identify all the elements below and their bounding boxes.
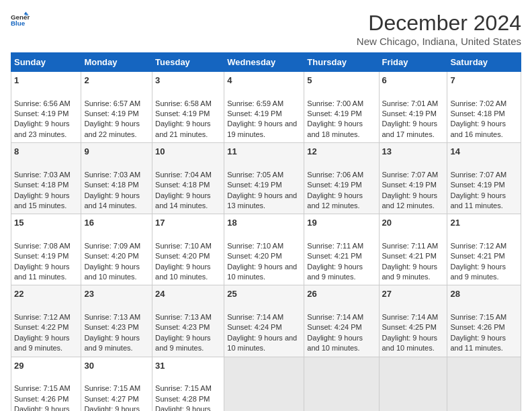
sunset-text: Sunset: 4:18 PM bbox=[450, 109, 504, 118]
day-number: 27 bbox=[382, 288, 445, 300]
daylight-text: Daylight: 9 hours and 11 minutes. bbox=[450, 191, 506, 210]
day-number: 17 bbox=[155, 217, 221, 229]
empty-cell bbox=[224, 357, 304, 411]
subtitle: New Chicago, Indiana, United States bbox=[357, 36, 521, 47]
sunrise-text: Sunrise: 7:14 AM bbox=[307, 313, 363, 321]
sunrise-text: Sunrise: 6:59 AM bbox=[227, 99, 283, 107]
daylight-text: Daylight: 9 hours and 12 minutes. bbox=[307, 191, 363, 210]
sunset-text: Sunset: 4:24 PM bbox=[307, 323, 361, 331]
day-number: 16 bbox=[84, 217, 149, 229]
sunrise-text: Sunrise: 7:09 AM bbox=[84, 242, 140, 250]
sunset-text: Sunset: 4:26 PM bbox=[450, 323, 504, 331]
sunset-text: Sunset: 4:19 PM bbox=[307, 181, 361, 189]
daylight-text: Daylight: 9 hours and 22 minutes. bbox=[84, 120, 140, 138]
daylight-text: Daylight: 9 hours and 10 minutes. bbox=[227, 263, 297, 281]
day-number: 1 bbox=[14, 75, 78, 87]
sunrise-text: Sunrise: 7:12 AM bbox=[14, 313, 71, 321]
day-number: 31 bbox=[155, 360, 221, 372]
sunrise-text: Sunrise: 7:15 AM bbox=[155, 384, 212, 392]
col-tuesday: Tuesday bbox=[152, 53, 224, 72]
day-cell-8: 8Sunrise: 7:03 AMSunset: 4:18 PMDaylight… bbox=[11, 143, 81, 214]
day-number: 24 bbox=[155, 288, 221, 300]
sunset-text: Sunset: 4:19 PM bbox=[382, 181, 437, 189]
calendar-row: 22Sunrise: 7:12 AMSunset: 4:22 PMDayligh… bbox=[11, 285, 521, 357]
sunset-text: Sunset: 4:19 PM bbox=[14, 252, 69, 260]
sunset-text: Sunset: 4:23 PM bbox=[84, 323, 138, 331]
sunset-text: Sunset: 4:20 PM bbox=[227, 252, 281, 260]
sunrise-text: Sunrise: 7:03 AM bbox=[84, 171, 140, 179]
day-number: 19 bbox=[307, 217, 375, 229]
sunset-text: Sunset: 4:20 PM bbox=[155, 252, 210, 260]
header-row: Sunday Monday Tuesday Wednesday Thursday… bbox=[11, 53, 521, 72]
day-number: 30 bbox=[84, 360, 149, 372]
day-number: 15 bbox=[14, 217, 78, 229]
day-cell-30: 30Sunrise: 7:15 AMSunset: 4:27 PMDayligh… bbox=[81, 357, 152, 411]
day-number: 3 bbox=[155, 75, 221, 87]
day-cell-28: 28Sunrise: 7:15 AMSunset: 4:26 PMDayligh… bbox=[447, 285, 521, 357]
sunrise-text: Sunrise: 7:15 AM bbox=[84, 384, 140, 392]
sunrise-text: Sunrise: 7:11 AM bbox=[382, 242, 439, 250]
logo-icon: General Blue bbox=[11, 11, 30, 30]
sunset-text: Sunset: 4:27 PM bbox=[84, 395, 138, 403]
calendar-row: 8Sunrise: 7:03 AMSunset: 4:18 PMDaylight… bbox=[11, 143, 521, 214]
sunrise-text: Sunrise: 7:01 AM bbox=[382, 99, 439, 107]
daylight-text: Daylight: 9 hours and 13 minutes. bbox=[227, 191, 297, 210]
sunset-text: Sunset: 4:26 PM bbox=[14, 395, 69, 403]
sunset-text: Sunset: 4:19 PM bbox=[84, 109, 138, 118]
sunset-text: Sunset: 4:20 PM bbox=[84, 252, 138, 260]
day-cell-9: 9Sunrise: 7:03 AMSunset: 4:18 PMDaylight… bbox=[81, 143, 152, 214]
sunset-text: Sunset: 4:21 PM bbox=[382, 252, 437, 260]
day-cell-13: 13Sunrise: 7:07 AMSunset: 4:19 PMDayligh… bbox=[379, 143, 447, 214]
day-number: 26 bbox=[307, 288, 375, 300]
day-number: 25 bbox=[227, 288, 301, 300]
title-area: December 2024 New Chicago, Indiana, Unit… bbox=[357, 11, 521, 47]
day-number: 21 bbox=[450, 217, 518, 229]
day-number: 9 bbox=[84, 146, 149, 158]
sunrise-text: Sunrise: 6:57 AM bbox=[84, 99, 140, 107]
daylight-text: Daylight: 9 hours and 9 minutes. bbox=[84, 334, 140, 352]
sunset-text: Sunset: 4:25 PM bbox=[382, 323, 437, 331]
day-number: 8 bbox=[14, 146, 78, 158]
day-cell-19: 19Sunrise: 7:11 AMSunset: 4:21 PMDayligh… bbox=[304, 214, 379, 285]
sunset-text: Sunset: 4:19 PM bbox=[14, 109, 69, 118]
sunrise-text: Sunrise: 7:07 AM bbox=[382, 171, 439, 179]
daylight-text: Daylight: 9 hours and 14 minutes. bbox=[155, 191, 211, 210]
svg-text:Blue: Blue bbox=[11, 19, 26, 27]
sunrise-text: Sunrise: 7:15 AM bbox=[14, 384, 71, 392]
logo: General Blue bbox=[11, 11, 30, 30]
day-number: 4 bbox=[227, 75, 301, 87]
sunset-text: Sunset: 4:28 PM bbox=[155, 395, 210, 403]
sunrise-text: Sunrise: 7:15 AM bbox=[450, 313, 506, 321]
day-cell-12: 12Sunrise: 7:06 AMSunset: 4:19 PMDayligh… bbox=[304, 143, 379, 214]
col-friday: Friday bbox=[379, 53, 447, 72]
day-number: 29 bbox=[14, 360, 78, 372]
day-cell-5: 5Sunrise: 7:00 AMSunset: 4:19 PMDaylight… bbox=[304, 72, 379, 143]
day-number: 12 bbox=[307, 146, 375, 158]
daylight-text: Daylight: 9 hours and 11 minutes. bbox=[14, 405, 70, 411]
daylight-text: Daylight: 9 hours and 10 minutes. bbox=[382, 334, 438, 352]
day-cell-14: 14Sunrise: 7:07 AMSunset: 4:19 PMDayligh… bbox=[447, 143, 521, 214]
sunrise-text: Sunrise: 6:58 AM bbox=[155, 99, 212, 107]
sunrise-text: Sunrise: 7:03 AM bbox=[14, 171, 71, 179]
daylight-text: Daylight: 9 hours and 11 minutes. bbox=[450, 334, 506, 352]
day-cell-18: 18Sunrise: 7:10 AMSunset: 4:20 PMDayligh… bbox=[224, 214, 304, 285]
sunset-text: Sunset: 4:18 PM bbox=[14, 181, 69, 189]
daylight-text: Daylight: 9 hours and 18 minutes. bbox=[307, 120, 363, 138]
sunrise-text: Sunrise: 7:08 AM bbox=[14, 242, 71, 250]
sunset-text: Sunset: 4:22 PM bbox=[14, 323, 69, 331]
sunset-text: Sunset: 4:23 PM bbox=[155, 323, 210, 331]
daylight-text: Daylight: 9 hours and 19 minutes. bbox=[227, 120, 297, 138]
daylight-text: Daylight: 9 hours and 12 minutes. bbox=[382, 191, 438, 210]
sunset-text: Sunset: 4:18 PM bbox=[155, 181, 210, 189]
page-header: General Blue December 2024 New Chicago, … bbox=[11, 11, 521, 47]
day-cell-27: 27Sunrise: 7:14 AMSunset: 4:25 PMDayligh… bbox=[379, 285, 447, 357]
col-monday: Monday bbox=[81, 53, 152, 72]
col-saturday: Saturday bbox=[447, 53, 521, 72]
col-wednesday: Wednesday bbox=[224, 53, 304, 72]
day-cell-24: 24Sunrise: 7:13 AMSunset: 4:23 PMDayligh… bbox=[152, 285, 224, 357]
day-cell-21: 21Sunrise: 7:12 AMSunset: 4:21 PMDayligh… bbox=[447, 214, 521, 285]
calendar-table: Sunday Monday Tuesday Wednesday Thursday… bbox=[11, 52, 521, 411]
sunrise-text: Sunrise: 7:10 AM bbox=[227, 242, 283, 250]
sunrise-text: Sunrise: 7:10 AM bbox=[155, 242, 212, 250]
main-title: December 2024 bbox=[357, 11, 521, 36]
